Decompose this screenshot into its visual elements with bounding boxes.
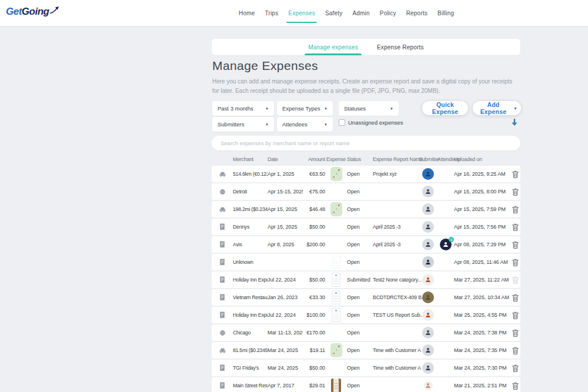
add-expense-button[interactable]: Add Expense ▼ bbox=[473, 101, 521, 115]
add-expense-label: Add Expense bbox=[476, 101, 510, 115]
merchant-name: Detroit bbox=[233, 189, 268, 195]
receipt-thumbnail[interactable] bbox=[325, 167, 347, 181]
table-row[interactable]: AvisApr 8, 2025$200.00OpenApril 2025 -31… bbox=[212, 236, 520, 253]
search-input[interactable] bbox=[212, 136, 520, 150]
expense-types-filter[interactable]: Expense Types ▼ bbox=[277, 101, 333, 116]
expense-amount: $46.48 bbox=[303, 206, 325, 212]
nav-item-reports[interactable]: Reports bbox=[406, 0, 427, 26]
uploaded-timestamp: Apr 08, 2025, 7:29 PM bbox=[454, 242, 510, 247]
table-row[interactable]: Main Street Rest...Apr 7, 2017$29.01Open… bbox=[212, 377, 520, 392]
expense-amount: $50.00 bbox=[303, 224, 325, 230]
receipt-thumbnail[interactable] bbox=[325, 202, 347, 216]
delete-expense-button[interactable] bbox=[510, 188, 520, 196]
status-label: Open bbox=[347, 294, 373, 300]
tab-expense-reports[interactable]: Expense Reports bbox=[375, 39, 426, 55]
chevron-down-icon: ▼ bbox=[324, 107, 328, 110]
download-expenses-button[interactable] bbox=[511, 119, 518, 129]
tab-manage-expenses[interactable]: Manage expenses bbox=[306, 39, 360, 55]
delete-expense-button[interactable] bbox=[510, 276, 520, 284]
status-label: Open bbox=[347, 171, 373, 177]
nav-item-billing[interactable]: Billing bbox=[437, 0, 454, 26]
expense-date: Mar 24, 2025 bbox=[268, 365, 303, 371]
delete-expense-button[interactable] bbox=[510, 259, 520, 266]
table-row[interactable]: Holiday Inn Expr...Jul 22, 2024$50.00Sub… bbox=[212, 272, 520, 288]
receipt-icon bbox=[212, 364, 233, 371]
nav-item-admin[interactable]: Admin bbox=[352, 0, 369, 26]
getgoing-logo[interactable]: GetGoing bbox=[6, 6, 59, 18]
uploaded-timestamp: Mar 21, 2025, 2:51 PM bbox=[454, 383, 510, 388]
receipt-icon bbox=[212, 241, 233, 248]
receipt-icon bbox=[212, 276, 233, 283]
expense-amount: $100.00 bbox=[303, 312, 325, 318]
receipt-icon bbox=[212, 259, 233, 266]
delete-expense-button[interactable] bbox=[510, 347, 520, 354]
download-arrow-icon bbox=[511, 119, 518, 127]
table-row[interactable]: TGI Friday'sMar 24, 2025$50.00OpenTime w… bbox=[212, 360, 520, 376]
table-row[interactable]: 514.6km (€0.123...Apr 1, 2025€63.50OpenP… bbox=[212, 166, 520, 182]
expense-types-filter-value: Expense Types bbox=[282, 105, 320, 112]
receipt-thumbnail[interactable] bbox=[325, 256, 347, 269]
column-header-expense: Expense bbox=[325, 156, 347, 162]
delete-expense-button[interactable] bbox=[510, 382, 520, 390]
submitter-avatar bbox=[419, 168, 437, 180]
table-row[interactable]: 198.2mi ($0.234...Apr 15, 2025$46.48Open… bbox=[212, 201, 520, 217]
expense-date: Apr 15, 2025 bbox=[268, 206, 303, 212]
delete-expense-button[interactable] bbox=[510, 170, 520, 178]
expense-rows: 514.6km (€0.123...Apr 1, 2025€63.50OpenP… bbox=[212, 166, 520, 392]
nav-item-trips[interactable]: Trips bbox=[265, 0, 278, 26]
chevron-down-icon: ▼ bbox=[513, 106, 517, 110]
status-label: Open bbox=[347, 206, 373, 212]
table-row[interactable]: UnknownOpenApr 08, 2025, 11:46 AM bbox=[212, 254, 520, 270]
statuses-filter[interactable]: Statuses ▼ bbox=[339, 101, 399, 116]
expense-report-name: April 2025 -3 bbox=[373, 224, 419, 230]
merchant-name: Holiday Inn Expr... bbox=[233, 277, 268, 283]
quick-expense-button[interactable]: Quick Expense bbox=[422, 101, 468, 115]
status-label: Open bbox=[347, 383, 373, 388]
submitters-filter[interactable]: Submitters ▼ bbox=[212, 117, 274, 132]
delete-expense-button[interactable] bbox=[510, 206, 520, 213]
status-label: Open bbox=[347, 242, 373, 247]
nav-item-safety[interactable]: Safety bbox=[325, 0, 343, 26]
delete-expense-button[interactable] bbox=[510, 329, 520, 337]
expense-date: Jan 26, 2023 bbox=[268, 294, 303, 300]
column-header-merchant: Merchant bbox=[233, 156, 268, 162]
status-label: Open bbox=[347, 330, 373, 336]
uploaded-timestamp: Mar 25, 2025, 4:55 PM bbox=[454, 312, 510, 318]
receipt-thumbnail[interactable] bbox=[325, 378, 347, 392]
delete-expense-button[interactable] bbox=[510, 241, 520, 249]
table-row[interactable]: Holiday Inn Expr...Jul 22, 2024$100.00Op… bbox=[212, 307, 520, 323]
unassigned-expenses-checkbox[interactable] bbox=[339, 119, 345, 126]
expense-date: Jul 22, 2024 bbox=[268, 277, 303, 283]
delete-expense-button[interactable] bbox=[510, 364, 520, 372]
nav-item-policy[interactable]: Policy bbox=[380, 0, 396, 26]
receipt-icon bbox=[212, 311, 233, 319]
main-nav: Home Trips Expenses Safety Admin Policy … bbox=[239, 0, 454, 26]
table-row[interactable]: ChicagoMar 11-13, 2025€170.00OpenMar 24,… bbox=[212, 324, 520, 341]
delete-expense-button[interactable] bbox=[510, 294, 520, 301]
table-row[interactable]: 81.5mi ($0.2345...Mar 24, 2025$19.11Open… bbox=[212, 342, 520, 359]
nav-item-expenses[interactable]: Expenses bbox=[288, 0, 315, 26]
trip-icon bbox=[212, 330, 233, 336]
delete-expense-button[interactable] bbox=[510, 223, 520, 231]
expense-date: Apr 7, 2017 bbox=[268, 383, 303, 388]
uploaded-timestamp: Apr 15, 2025, 7:56 PM bbox=[454, 224, 510, 230]
attendee-count-badge: 1 bbox=[449, 237, 454, 242]
uploaded-timestamp: Mar 24, 2025, 7:30 PM bbox=[454, 365, 510, 371]
table-row[interactable]: DennysApr 15, 2025$50.00OpenApril 2025 -… bbox=[212, 219, 520, 235]
receipt-thumbnail[interactable] bbox=[325, 308, 347, 322]
merchant-name: Vietnam Restaur... bbox=[233, 294, 268, 300]
attendees-filter[interactable]: Attendees ▼ bbox=[277, 117, 333, 132]
uploaded-timestamp: Apr 16, 2025, 9:25 AM bbox=[454, 171, 510, 177]
receipt-thumbnail[interactable] bbox=[325, 273, 347, 287]
receipt-thumbnail[interactable] bbox=[325, 290, 347, 304]
date-range-filter[interactable]: Past 3 months ▼ bbox=[212, 101, 274, 116]
column-header-uploaded-on: Uploaded on bbox=[454, 156, 510, 162]
receipt-thumbnail[interactable] bbox=[325, 343, 347, 357]
expense-date: Apr 1, 2025 bbox=[268, 171, 303, 177]
app-window: GetGoing Home Trips Expenses Safety Admi… bbox=[0, 0, 588, 392]
delete-expense-button[interactable] bbox=[510, 311, 520, 319]
expenses-tab-bar: Manage expenses Expense Reports bbox=[212, 39, 520, 55]
table-row[interactable]: DetroitApr 15-15, 2025€75.00OpenApr 15, … bbox=[212, 183, 520, 200]
nav-item-home[interactable]: Home bbox=[239, 0, 255, 26]
table-row[interactable]: Vietnam Restaur...Jan 26, 2023€33.30Open… bbox=[212, 289, 520, 306]
